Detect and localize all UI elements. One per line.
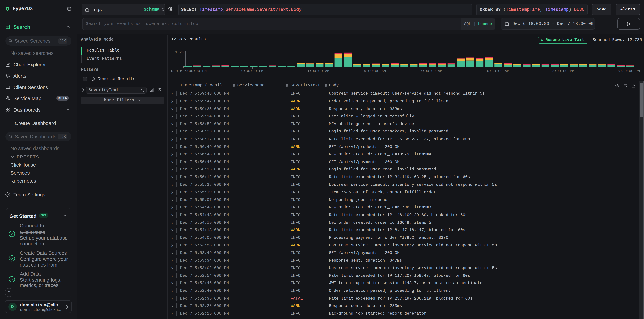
svg-text:1.2K: 1.2K — [175, 50, 184, 54]
svg-text:4:00:00 AM: 4:00:00 AM — [364, 69, 386, 73]
svg-text:0: 0 — [182, 65, 184, 69]
svg-text:5:30:00 PM: 5:30:00 PM — [618, 69, 640, 73]
svg-text:7:00:00 AM: 7:00:00 AM — [420, 69, 442, 73]
svg-text:2:00:00 PM: 2:00:00 PM — [552, 69, 574, 73]
svg-text:10:30:00 AM: 10:30:00 AM — [485, 69, 509, 73]
svg-text:9:30:00 PM: 9:30:00 PM — [241, 69, 264, 73]
svg-text:1:00:00 AM: 1:00:00 AM — [307, 69, 330, 73]
svg-text:Dec 6 6:00:00 PM: Dec 6 6:00:00 PM — [171, 69, 206, 73]
svg-text:1: 1 — [506, 23, 507, 25]
